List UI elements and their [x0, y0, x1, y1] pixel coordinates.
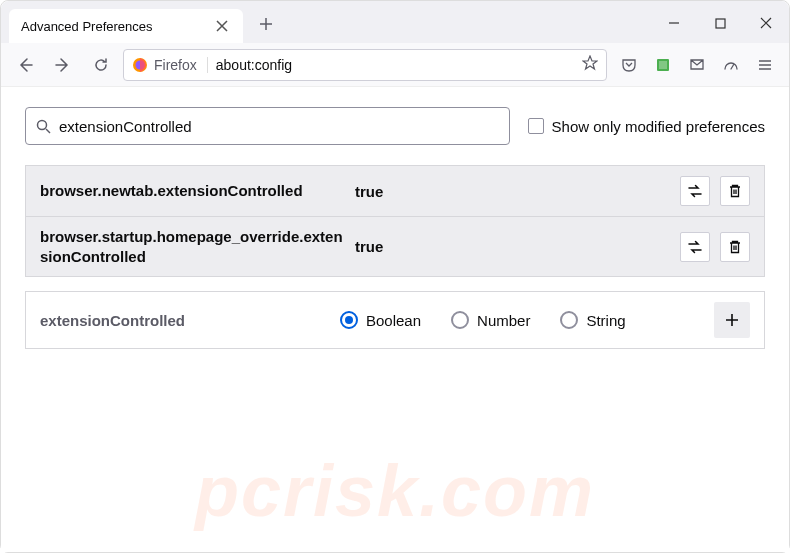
pref-name: browser.startup.homepage_override.extens… [40, 227, 345, 266]
maximize-button[interactable] [697, 7, 743, 39]
toggle-button[interactable] [680, 176, 710, 206]
close-tab-button[interactable] [213, 17, 231, 35]
search-box[interactable] [25, 107, 510, 145]
close-icon [216, 20, 228, 32]
modified-only-checkbox[interactable] [528, 118, 544, 134]
svg-rect-0 [716, 19, 725, 28]
svg-rect-4 [659, 61, 667, 69]
newpref-name: extensionControlled [40, 312, 330, 329]
puzzle-icon [655, 57, 671, 73]
radio-number[interactable]: Number [451, 311, 530, 329]
forward-button[interactable] [47, 49, 79, 81]
svg-point-5 [38, 120, 47, 129]
extension-button[interactable] [647, 49, 679, 81]
reload-button[interactable] [85, 49, 117, 81]
browser-tab[interactable]: Advanced Preferences [9, 9, 243, 43]
close-icon [760, 17, 772, 29]
minimize-icon [668, 17, 680, 29]
radio-string[interactable]: String [560, 311, 625, 329]
account-button[interactable] [681, 49, 713, 81]
pref-row: browser.newtab.extensionControlled true [26, 166, 764, 216]
toggle-icon [687, 239, 703, 255]
gauge-icon [723, 57, 739, 73]
maximize-icon [715, 18, 726, 29]
navbar: Firefox about:config [1, 43, 789, 87]
back-button[interactable] [9, 49, 41, 81]
search-icon [36, 119, 51, 134]
pref-value: true [355, 183, 670, 200]
delete-button[interactable] [720, 176, 750, 206]
titlebar: Advanced Preferences [1, 1, 789, 43]
bookmark-button[interactable] [582, 55, 598, 75]
radio-input[interactable] [340, 311, 358, 329]
checkbox-label: Show only modified preferences [552, 118, 765, 135]
delete-button[interactable] [720, 232, 750, 262]
arrow-left-icon [17, 57, 33, 73]
new-tab-button[interactable] [251, 9, 281, 39]
extensions-button[interactable] [715, 49, 747, 81]
identity-label: Firefox [154, 57, 208, 73]
radio-input[interactable] [560, 311, 578, 329]
pref-name: browser.newtab.extensionControlled [40, 181, 345, 201]
radio-input[interactable] [451, 311, 469, 329]
plus-icon [724, 312, 740, 328]
plus-icon [259, 17, 273, 31]
trash-icon [728, 184, 742, 198]
minimize-button[interactable] [651, 7, 697, 39]
trash-icon [728, 240, 742, 254]
add-pref-button[interactable] [714, 302, 750, 338]
prefs-table: browser.newtab.extensionControlled true … [25, 165, 765, 277]
newpref-table: extensionControlled Boolean Number Strin… [25, 291, 765, 349]
hamburger-icon [757, 57, 773, 73]
tab-title: Advanced Preferences [21, 19, 153, 34]
pocket-icon [621, 57, 637, 73]
search-row: Show only modified preferences [25, 107, 765, 145]
star-icon [582, 55, 598, 71]
radio-boolean[interactable]: Boolean [340, 311, 421, 329]
newpref-row: extensionControlled Boolean Number Strin… [26, 292, 764, 348]
content-area: Show only modified preferences browser.n… [1, 87, 789, 552]
firefox-logo-icon [132, 57, 148, 73]
menu-button[interactable] [749, 49, 781, 81]
toggle-icon [687, 183, 703, 199]
pocket-button[interactable] [613, 49, 645, 81]
window-controls [651, 7, 789, 39]
url-text: about:config [216, 57, 574, 73]
watermark: pcrisk.com [195, 450, 595, 532]
pref-row: browser.startup.homepage_override.extens… [26, 216, 764, 276]
radio-label: Number [477, 312, 530, 329]
modified-only-checkbox-row[interactable]: Show only modified preferences [528, 118, 765, 135]
identity-box[interactable]: Firefox [132, 57, 208, 73]
reload-icon [93, 57, 109, 73]
radio-label: String [586, 312, 625, 329]
close-window-button[interactable] [743, 7, 789, 39]
pref-value: true [355, 238, 670, 255]
type-radio-group: Boolean Number String [340, 311, 704, 329]
inbox-icon [689, 57, 705, 73]
radio-label: Boolean [366, 312, 421, 329]
arrow-right-icon [55, 57, 71, 73]
urlbar[interactable]: Firefox about:config [123, 49, 607, 81]
search-input[interactable] [51, 118, 499, 135]
toggle-button[interactable] [680, 232, 710, 262]
